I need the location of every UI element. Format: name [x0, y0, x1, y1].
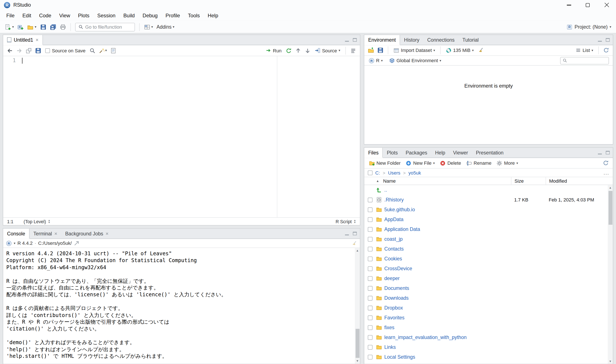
row-checkbox[interactable] — [368, 286, 373, 290]
row-checkbox[interactable] — [368, 237, 373, 241]
file-link[interactable]: Downloads — [384, 295, 409, 301]
rerun-button[interactable] — [284, 46, 293, 55]
tab-background-jobs[interactable]: Background Jobs× — [61, 229, 112, 238]
pane-maximize-icon[interactable] — [353, 232, 357, 235]
more-button[interactable]: More ▾ — [494, 159, 520, 167]
file-row[interactable]: deeper — [364, 273, 608, 283]
tab-files[interactable]: Files — [364, 148, 383, 158]
header-size-column[interactable]: Size — [511, 177, 546, 184]
row-checkbox[interactable] — [368, 315, 373, 320]
row-checkbox[interactable] — [368, 355, 373, 359]
pane-minimize-icon[interactable] — [598, 151, 602, 155]
source-on-save-toggle[interactable]: Source on Save — [43, 48, 87, 53]
file-link[interactable]: AppData — [384, 217, 403, 222]
row-checkbox[interactable] — [368, 227, 373, 232]
new-folder-button[interactable]: New Folder — [367, 159, 403, 167]
row-checkbox[interactable] — [368, 247, 373, 251]
file-row[interactable]: 5uke.github.io — [364, 205, 608, 214]
menu-file[interactable]: File — [2, 11, 18, 20]
row-checkbox[interactable] — [368, 305, 373, 310]
menu-plots[interactable]: Plots — [74, 11, 93, 20]
scroll-thumb[interactable] — [608, 191, 612, 225]
compile-report-button[interactable] — [109, 46, 117, 55]
tab-environment[interactable]: Environment — [364, 35, 400, 45]
file-link[interactable]: deeper — [384, 275, 400, 281]
menu-view[interactable]: View — [55, 11, 74, 20]
file-link[interactable]: .Rhistory — [384, 197, 404, 203]
file-row[interactable]: Contacts — [364, 244, 608, 254]
menu-debug[interactable]: Debug — [139, 11, 162, 20]
rename-button[interactable]: Rename — [464, 159, 493, 167]
filetype-selector[interactable]: R Script ▲▼ — [336, 219, 356, 224]
memory-usage-button[interactable]: 135 MiB ▾ — [444, 46, 476, 54]
scroll-up-icon[interactable]: ▲ — [355, 248, 360, 253]
editor-body[interactable]: 1 — [3, 56, 360, 217]
new-file-button[interactable]: ▾ — [3, 23, 16, 31]
environment-search[interactable] — [560, 57, 609, 64]
save-all-button[interactable] — [48, 23, 57, 31]
chevron-down-icon[interactable]: ▾ — [14, 242, 15, 245]
file-link[interactable]: Documents — [384, 286, 409, 291]
file-row[interactable]: fixes — [364, 323, 608, 332]
file-row[interactable]: Downloads — [364, 293, 608, 303]
file-link[interactable]: learn_impact_evaluation_with_python — [384, 335, 467, 340]
file-row[interactable]: .Rhistory1.7 KBFeb 1, 2025, 4:03 PM — [364, 195, 608, 205]
pane-minimize-icon[interactable] — [345, 38, 349, 42]
pane-minimize-icon[interactable] — [598, 38, 602, 42]
run-button[interactable]: Run — [263, 46, 284, 55]
delete-button[interactable]: Delete — [438, 159, 463, 167]
tab-close-icon[interactable]: × — [36, 37, 39, 42]
save-button[interactable] — [38, 23, 48, 31]
row-checkbox[interactable] — [368, 345, 373, 350]
menu-session[interactable]: Session — [93, 11, 119, 20]
minimize-button[interactable] — [559, 0, 578, 10]
file-row[interactable]: CrossDevice — [364, 264, 608, 273]
file-link[interactable]: .. — [384, 187, 387, 193]
scope-selector[interactable]: (Top Level) ▲▼ — [24, 219, 50, 224]
tab-terminal[interactable]: Terminal× — [29, 229, 61, 238]
file-link[interactable]: Local Settings — [384, 354, 415, 360]
menu-edit[interactable]: Edit — [18, 11, 35, 20]
file-link[interactable]: coast_jp — [384, 236, 403, 242]
pane-maximize-icon[interactable] — [353, 38, 357, 42]
tab-console[interactable]: Console — [3, 229, 29, 238]
clear-environment-button[interactable] — [477, 46, 485, 54]
clear-console-broom-icon[interactable] — [351, 240, 357, 246]
environment-scope-selector[interactable]: Global Environment ▾ — [387, 56, 443, 65]
file-link[interactable]: Cookies — [384, 256, 402, 261]
open-file-button[interactable]: ▾ — [26, 23, 38, 31]
row-checkbox[interactable] — [368, 217, 373, 222]
environment-search-input[interactable] — [569, 58, 607, 63]
file-link[interactable]: Favorites — [384, 315, 405, 320]
breadcrumb-users[interactable]: Users — [388, 170, 400, 175]
tab-viewer[interactable]: Viewer — [449, 148, 472, 158]
file-link[interactable]: fixes — [384, 325, 394, 330]
breadcrumb-home[interactable]: yo5uk — [408, 170, 421, 175]
document-outline-button[interactable] — [349, 46, 357, 55]
addins-button[interactable]: Addins ▾ — [155, 23, 176, 31]
file-link[interactable]: Dropbox — [384, 305, 403, 311]
row-checkbox[interactable] — [368, 197, 373, 202]
file-link[interactable]: Application Data — [384, 226, 420, 232]
scroll-track[interactable] — [355, 253, 360, 358]
go-up-button[interactable] — [294, 46, 302, 55]
goto-file-search[interactable] — [75, 23, 135, 31]
pane-layout-button[interactable]: ▾ — [142, 23, 155, 31]
row-checkbox[interactable] — [368, 296, 373, 300]
menu-profile[interactable]: Profile — [162, 11, 184, 20]
forward-button[interactable] — [15, 46, 24, 55]
tab-connections[interactable]: Connections — [423, 35, 459, 45]
tab-history[interactable]: History — [400, 35, 423, 45]
file-row[interactable]: Local Settings — [364, 352, 608, 362]
file-link[interactable]: 5uke.github.io — [384, 207, 415, 212]
file-link[interactable]: Links — [384, 344, 396, 350]
console-scrollbar[interactable]: ▲ ▼ — [355, 248, 360, 364]
popout-button[interactable] — [24, 46, 33, 55]
file-row[interactable]: Dropbox — [364, 303, 608, 313]
path-more-button[interactable]: ... — [603, 170, 609, 175]
language-selector[interactable]: R R ▾ — [367, 56, 385, 65]
menu-code[interactable]: Code — [35, 11, 55, 20]
refresh-button[interactable] — [602, 46, 610, 54]
tab-tutorial[interactable]: Tutorial — [459, 35, 483, 45]
source-on-save-checkbox[interactable] — [45, 48, 50, 53]
